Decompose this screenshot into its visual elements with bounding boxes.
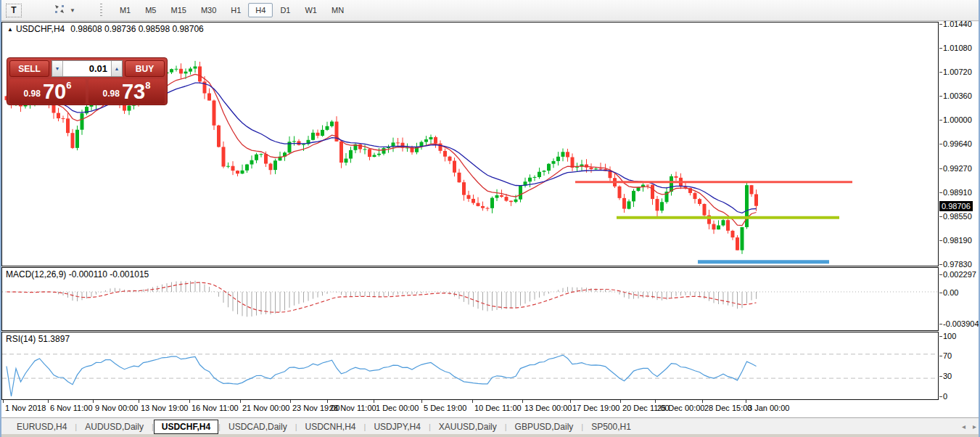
time-axis-tick [3, 400, 4, 403]
timeframe-button-m30[interactable]: M30 [194, 3, 223, 17]
time-axis-label: 5 Dec 19:00 [424, 404, 466, 412]
timeframe-button-h4[interactable]: H4 [248, 3, 273, 17]
time-axis-tick [93, 400, 94, 403]
macd-axis-tick: -0.003904 [943, 319, 979, 329]
macd-axis-tick: 0.00 [943, 287, 958, 298]
time-axis-tick [290, 400, 291, 403]
rsi-label: RSI(14) 51.3897 [6, 334, 70, 344]
cursor-tool-icon [54, 4, 65, 17]
time-axis-tick [421, 400, 422, 403]
toolbar-grip[interactable] [100, 4, 102, 17]
current-price-tag: 0.98706 [939, 201, 973, 211]
timeframe-buttons: M1M5M15M30H1H4D1W1MN [112, 3, 351, 17]
tab-scroll-left-icon[interactable]: ◂ [958, 422, 969, 430]
tab-eurusd-h4[interactable]: EURUSD,H4 [9, 420, 75, 434]
time-axis-label: 28 Nov 11:00 [329, 404, 376, 412]
toolbar: T ▼ M1M5M15M30H1H4D1W1MN [0, 0, 980, 21]
time-axis-tick [522, 400, 523, 403]
rsi-axis-tick: 0 [943, 391, 947, 401]
time-axis-tick [240, 400, 241, 403]
time-axis-label: 9 Nov 00:00 [95, 404, 138, 412]
chart-symbol: USDCHF,H4 [16, 24, 65, 34]
volume-increase-button[interactable]: ▲ [111, 61, 122, 76]
macd-pane[interactable]: MACD(12,26,9) -0.000110 -0.001015 [1, 267, 939, 331]
time-axis-label: 1 Nov 2018 [5, 404, 46, 412]
tab-audusd-daily[interactable]: AUDUSD,Daily [77, 420, 152, 434]
window-edge-left [0, 0, 1, 437]
tab-xauusd-daily[interactable]: XAUUSD,Daily [431, 420, 505, 434]
price-axis-tick: 0.99640 [943, 139, 972, 149]
time-axis-tick [189, 400, 190, 403]
chevron-down-icon: ▼ [70, 7, 75, 14]
time-axis-label: 17 Dec 19:00 [572, 404, 619, 412]
timeframe-button-m15[interactable]: M15 [163, 3, 193, 17]
timeframe-button-m1[interactable]: M1 [112, 3, 138, 17]
tab-gbpusd-daily[interactable]: GBPUSD,Daily [507, 420, 582, 434]
time-axis-tick [702, 400, 703, 403]
time-axis-label: 10 Dec 11:00 [474, 404, 522, 412]
tab-sp500-h1[interactable]: SP500,H1 [583, 420, 639, 434]
mt4-window: T ▼ M1M5M15M30H1H4D1W1MN ▲USDCHF,H40.986… [0, 0, 980, 437]
time-axis-tick [327, 400, 328, 403]
time-axis-label: 3 Jan 00:00 [748, 404, 790, 412]
chart-ohlc: 0.98608 0.98736 0.98598 0.98706 [70, 24, 204, 34]
price-axis-tick: 0.97830 [943, 259, 972, 269]
cursor-tool-dropdown[interactable]: ▼ [51, 2, 78, 19]
oneclick-collapse-arrow[interactable]: ▲ [7, 26, 13, 33]
tab-usdcad-daily[interactable]: USDCAD,Daily [221, 420, 295, 434]
sell-button[interactable]: SELL [9, 60, 49, 77]
rsi-axis-tick: 70 [943, 351, 952, 361]
time-axis-tick [570, 400, 571, 403]
time-axis-label: 1 Dec 00:00 [376, 404, 419, 412]
time-scale[interactable]: 1 Nov 20186 Nov 11:009 Nov 00:0013 Nov 1… [1, 400, 979, 417]
time-axis-tick [746, 400, 746, 403]
price-axis-tick: 0.98910 [943, 187, 972, 197]
time-axis-tick [374, 400, 374, 403]
time-axis-label: 13 Nov 19:00 [141, 404, 188, 412]
price-axis-tick: 1.00360 [943, 91, 972, 101]
sell-price-display[interactable]: 0.98706 [9, 79, 86, 104]
time-axis-label: 25 Dec 00:00 [657, 404, 704, 412]
tab-usdjpy-h4[interactable]: USDJPY,H4 [366, 420, 428, 434]
status-strip [0, 434, 980, 437]
macd-axis-tick: 0.002297 [943, 269, 976, 279]
price-axis-tick: 1.00000 [943, 115, 972, 125]
price-axis-tick: 0.98190 [943, 235, 972, 245]
timeframe-button-m5[interactable]: M5 [138, 3, 163, 17]
rsi-axis-tick: 30 [943, 371, 952, 381]
macd-label: MACD(12,26,9) -0.000110 -0.001015 [6, 269, 149, 279]
price-axis-tick: 1.00720 [943, 67, 972, 77]
timeframe-button-h1[interactable]: H1 [223, 3, 248, 17]
volume-decrease-button[interactable]: ▼ [52, 61, 63, 76]
price-axis-tick: 0.98550 [943, 211, 972, 221]
time-axis-label: 16 Nov 11:00 [192, 404, 239, 412]
timeframe-button-d1[interactable]: D1 [273, 3, 297, 17]
time-axis-tick [48, 400, 49, 403]
time-axis-label: 28 Dec 15:00 [704, 404, 752, 412]
price-axis-tick: 0.99270 [943, 163, 972, 173]
tab-usdchf-h4[interactable]: USDCHF,H4 [154, 420, 218, 434]
buy-button[interactable]: BUY [125, 60, 165, 77]
price-scale[interactable]: 1.014401.010801.007201.003601.000000.996… [939, 22, 979, 400]
time-axis-tick [620, 400, 621, 403]
time-axis-label: 13 Dec 00:00 [524, 404, 572, 412]
buy-price-display[interactable]: 0.98738 [88, 79, 165, 104]
chart-header: ▲USDCHF,H40.98608 0.98736 0.98598 0.9870… [7, 24, 204, 34]
time-axis-label: 21 Nov 00:00 [242, 404, 289, 412]
main-chart-pane[interactable]: ▲USDCHF,H40.98608 0.98736 0.98598 0.9870… [1, 22, 939, 266]
rsi-pane[interactable]: RSI(14) 51.3897 [1, 332, 939, 400]
volume-spinner: ▼ 0.01 ▲ [52, 60, 123, 77]
time-axis-tick [472, 400, 473, 403]
time-axis-label: 6 Nov 11:00 [50, 404, 93, 412]
text-label-tool-button[interactable]: T [6, 4, 22, 17]
time-axis-tick [139, 400, 139, 403]
time-axis-tick [655, 400, 656, 403]
price-axis-tick: 1.01080 [943, 43, 972, 53]
rsi-axis-tick: 100 [943, 331, 956, 341]
tab-usdcnh-h4[interactable]: USDCNH,H4 [297, 420, 364, 434]
timeframe-button-w1[interactable]: W1 [297, 3, 324, 17]
one-click-trading-panel: SELL ▼ 0.01 ▲ BUY 0.98706 0.98738 [7, 57, 168, 105]
rsi-chart [2, 332, 938, 399]
timeframe-button-mn[interactable]: MN [324, 3, 351, 17]
volume-input[interactable]: 0.01 [63, 61, 111, 76]
